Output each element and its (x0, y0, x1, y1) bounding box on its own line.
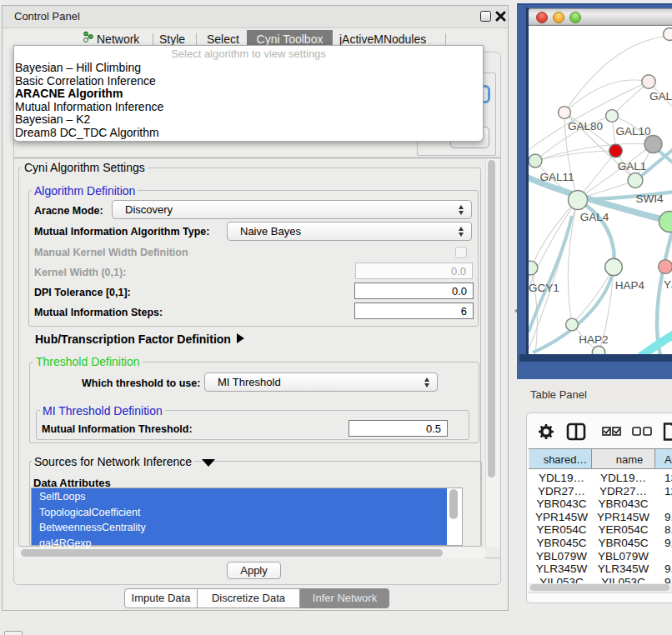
svg-text:HAP2: HAP2 (579, 333, 608, 346)
svg-text:GAL4: GAL4 (580, 211, 609, 223)
svg-text:YJL: YJL (664, 278, 672, 291)
svg-text:GAL1: GAL1 (618, 160, 647, 172)
svg-text:GAL10: GAL10 (615, 125, 650, 138)
svg-text:GAL7: GAL7 (649, 90, 672, 102)
svg-text:HAP4: HAP4 (615, 279, 645, 292)
svg-text:GAL80: GAL80 (568, 120, 603, 132)
svg-text:GAL11: GAL11 (539, 171, 574, 183)
svg-text:GCY1: GCY1 (529, 282, 559, 294)
svg-text:SWI4: SWI4 (635, 192, 663, 205)
